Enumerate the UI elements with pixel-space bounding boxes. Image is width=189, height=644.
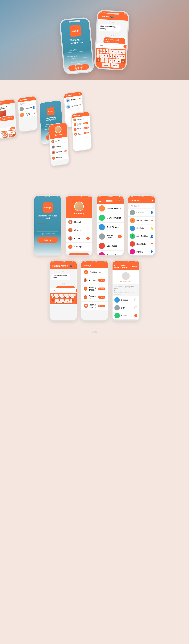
kb-y[interactable]: Y bbox=[63, 294, 66, 296]
video-icon[interactable]: 📹 bbox=[110, 15, 114, 18]
settings-privacy[interactable]: 🔒 Privacy Policy Custom bbox=[81, 284, 108, 293]
settings-account[interactable]: 👤 Account Custom bbox=[81, 276, 108, 284]
contact-monica[interactable]: M Monica 👤 bbox=[128, 248, 155, 256]
kb-x2[interactable]: X bbox=[57, 299, 59, 301]
kb-v2[interactable]: V bbox=[62, 299, 64, 301]
key-d[interactable]: D bbox=[103, 54, 106, 58]
recent-menu-icon[interactable]: ☰ bbox=[99, 199, 101, 202]
username-field[interactable] bbox=[67, 46, 88, 53]
contact-chandler[interactable]: C Chandler 👤 bbox=[128, 209, 155, 217]
check-sasha[interactable] bbox=[134, 314, 137, 317]
kb-return[interactable]: return bbox=[68, 301, 72, 303]
kb-r[interactable]: R bbox=[59, 294, 61, 296]
key-w[interactable]: W bbox=[100, 49, 102, 53]
kb-z[interactable]: Z bbox=[55, 299, 57, 301]
key-y[interactable]: Y bbox=[111, 50, 114, 54]
kb-shift[interactable]: ⇧ bbox=[52, 299, 54, 301]
key-f[interactable]: F bbox=[106, 54, 109, 58]
kb-e[interactable]: E bbox=[56, 294, 58, 296]
chat-kb-input[interactable] bbox=[51, 289, 75, 292]
kb-q[interactable]: Q bbox=[51, 294, 53, 296]
check-billy[interactable] bbox=[134, 306, 137, 309]
kb-a[interactable]: A bbox=[52, 296, 54, 298]
newgroup-kate[interactable]: Kate bbox=[113, 320, 139, 321]
key-q[interactable]: Q bbox=[97, 49, 99, 53]
message-input[interactable] bbox=[98, 43, 123, 48]
kb-f[interactable]: F bbox=[60, 296, 62, 298]
key-g[interactable]: G bbox=[109, 54, 112, 58]
kb-l[interactable]: L bbox=[72, 296, 74, 298]
kb-s[interactable]: S bbox=[55, 296, 57, 298]
recent-item-edge[interactable]: Edge Were bbox=[97, 241, 124, 251]
check-brandon[interactable] bbox=[134, 298, 137, 302]
newgroup-back[interactable]: < Back bbox=[114, 264, 121, 269]
key-n[interactable]: N bbox=[113, 59, 117, 63]
kb-d[interactable]: D bbox=[57, 296, 59, 298]
contacts-search[interactable]: 🔍 Search bbox=[130, 204, 153, 208]
menu-contacts[interactable]: 👤 Contacts 2 bbox=[66, 234, 92, 242]
chat-kb-back[interactable]: ‹ Back bbox=[52, 264, 60, 267]
login-btn-full[interactable]: Log In bbox=[37, 237, 58, 242]
newgroup-brandon[interactable]: Brandon bbox=[113, 296, 139, 304]
kb-t[interactable]: T bbox=[61, 294, 63, 296]
recent-item-anabel[interactable]: Anabel Estanza bbox=[97, 204, 124, 213]
key-i[interactable]: I bbox=[117, 50, 120, 54]
key-l[interactable]: L bbox=[122, 55, 125, 59]
key-v[interactable]: V bbox=[105, 58, 109, 63]
kb-i[interactable]: I bbox=[68, 294, 71, 296]
recent-item-maryse[interactable]: Maryse Ouellet bbox=[97, 213, 124, 222]
menu-settings[interactable]: ⚙ Settings bbox=[66, 242, 92, 251]
key-delete[interactable]: ⌫ bbox=[121, 59, 125, 64]
newgroup-photo[interactable] bbox=[122, 272, 130, 280]
kb-o[interactable]: O bbox=[71, 294, 73, 296]
back-button[interactable]: ‹ bbox=[100, 15, 101, 18]
kb-del[interactable]: ⌫ bbox=[72, 299, 74, 301]
key-b[interactable]: B bbox=[109, 58, 113, 63]
key-a[interactable]: A bbox=[97, 53, 100, 58]
key-t[interactable]: T bbox=[108, 49, 111, 54]
forgot-password[interactable]: Forgot your password? bbox=[40, 233, 55, 234]
settings-notifications[interactable]: 🔔 Notifications bbox=[81, 268, 108, 276]
recent-item-brianna[interactable]: Brianna Garcia bbox=[97, 251, 124, 256]
key-s[interactable]: S bbox=[100, 54, 103, 58]
key-k[interactable]: K bbox=[119, 54, 122, 59]
contact-fibi[interactable]: F Fibi Buls ⭐ bbox=[128, 224, 155, 232]
add-contact-icon[interactable]: + bbox=[152, 199, 153, 202]
kb-u[interactable]: U bbox=[66, 294, 68, 296]
kb-b2[interactable]: B bbox=[65, 299, 67, 301]
kb-n2[interactable]: N bbox=[67, 299, 69, 301]
key-o[interactable]: O bbox=[120, 50, 122, 54]
key-u[interactable]: U bbox=[114, 50, 117, 54]
forgot-link[interactable]: Forgot your password? bbox=[70, 60, 86, 63]
delete-randy-button[interactable]: × bbox=[118, 234, 122, 238]
send-button[interactable]: Send bbox=[123, 45, 128, 49]
kb-c2[interactable]: C bbox=[60, 299, 62, 301]
login-password[interactable] bbox=[37, 228, 58, 232]
newgroup-sasha[interactable]: Sasha bbox=[113, 312, 139, 320]
kb-h[interactable]: H bbox=[65, 296, 67, 298]
contact-ross[interactable]: R Ross Geller ❤ bbox=[128, 240, 155, 248]
password-field[interactable] bbox=[67, 52, 88, 59]
contact-joey[interactable]: J Joey Tribbiani 👤 bbox=[128, 232, 155, 240]
recent-item-randy[interactable]: Randy Orton × bbox=[97, 232, 124, 241]
key-return[interactable]: return bbox=[110, 63, 119, 68]
settings-terms[interactable]: 💬 Terms and ... Custom bbox=[81, 302, 108, 310]
kb-m2[interactable]: M bbox=[70, 299, 72, 301]
newgroup-search-field[interactable]: A bbox=[114, 290, 137, 291]
recent-item-trish[interactable]: Trish Stratus bbox=[97, 222, 124, 232]
kb-123[interactable]: 123 bbox=[54, 301, 59, 303]
contact-rachel[interactable]: R Rachel Green ❤ bbox=[128, 217, 155, 224]
key-shift[interactable]: ⇧ bbox=[96, 58, 100, 62]
newgroup-billy[interactable]: Billy bbox=[113, 304, 139, 312]
settings-contact[interactable]: 📞 Contact Us Custom bbox=[81, 293, 108, 302]
chat-kb-video[interactable]: 📹 bbox=[69, 264, 72, 267]
kb-g[interactable]: G bbox=[62, 296, 64, 298]
key-space[interactable]: space bbox=[102, 63, 110, 67]
key-h[interactable]: H bbox=[113, 54, 116, 58]
key-m[interactable]: M bbox=[117, 59, 121, 64]
kb-space2[interactable]: space bbox=[59, 301, 67, 303]
logout-button[interactable]: ⏻ Log Out bbox=[68, 253, 90, 256]
kb-j[interactable]: J bbox=[67, 296, 69, 298]
menu-groups[interactable]: 👥 Groups bbox=[66, 226, 92, 234]
key-c[interactable]: C bbox=[100, 58, 104, 62]
